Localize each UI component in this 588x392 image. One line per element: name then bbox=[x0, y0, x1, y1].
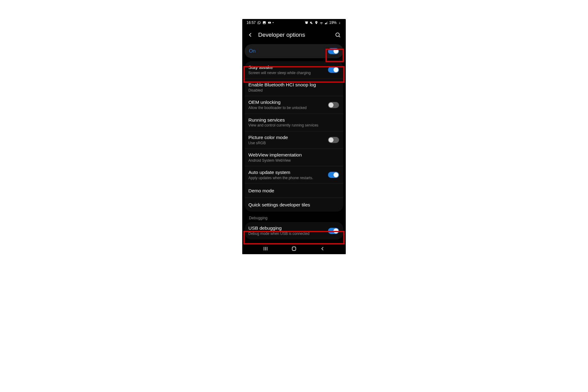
row-webview[interactable]: WebView implementation Android System We… bbox=[245, 149, 343, 166]
toggle-picture-color-mode[interactable] bbox=[328, 137, 339, 143]
page-title: Developer options bbox=[258, 32, 330, 38]
row-subtitle: Allow the bootloader to be unlocked bbox=[248, 106, 307, 110]
wifi-icon bbox=[319, 21, 323, 25]
app-header: Developer options bbox=[242, 26, 346, 43]
toggle-usb-debugging[interactable] bbox=[328, 228, 339, 234]
nav-back-button[interactable] bbox=[319, 245, 326, 252]
svg-rect-5 bbox=[292, 247, 296, 251]
row-title: Stay awake bbox=[248, 65, 311, 70]
search-button[interactable] bbox=[334, 31, 341, 39]
row-quick-tiles[interactable]: Quick settings developer tiles bbox=[245, 198, 343, 212]
settings-scroll[interactable]: On Stay awake Screen will never sleep wh… bbox=[242, 43, 346, 242]
whatsapp-icon bbox=[257, 21, 261, 25]
status-bar-left: 16:57 • bbox=[247, 21, 274, 25]
row-title: Enable Bluetooth HCI snoop log bbox=[248, 82, 316, 88]
battery-percent: 19% bbox=[329, 21, 337, 25]
master-toggle-label: On bbox=[249, 48, 255, 54]
row-picture-color-mode[interactable]: Picture color mode Use sRGB bbox=[245, 131, 343, 149]
row-running-services[interactable]: Running services View and control curren… bbox=[245, 114, 343, 131]
row-title: Demo mode bbox=[248, 188, 274, 194]
toggle-stay-awake[interactable] bbox=[328, 67, 339, 73]
row-subtitle: Debug mode when USB is connected bbox=[248, 232, 309, 236]
row-title: Auto update system bbox=[248, 170, 313, 175]
signal-icon bbox=[324, 21, 328, 25]
row-usb-debugging[interactable]: USB debugging Debug mode when USB is con… bbox=[245, 222, 343, 239]
row-subtitle: View and control currently running servi… bbox=[248, 123, 318, 127]
row-auto-update[interactable]: Auto update system Apply updates when th… bbox=[245, 166, 343, 183]
alarm-icon bbox=[305, 21, 309, 25]
status-more-dot: • bbox=[273, 21, 274, 24]
row-subtitle: Disabled bbox=[248, 88, 316, 92]
phone-frame: 16:57 • bbox=[242, 19, 346, 254]
location-icon bbox=[315, 21, 318, 25]
row-bt-hci[interactable]: Enable Bluetooth HCI snoop log Disabled bbox=[245, 78, 343, 96]
section-header-debugging: Debugging bbox=[242, 212, 346, 222]
battery-icon bbox=[337, 21, 341, 25]
row-title: Picture color mode bbox=[248, 135, 288, 140]
svg-line-1 bbox=[339, 36, 340, 37]
back-button[interactable] bbox=[247, 31, 254, 39]
row-subtitle: Apply updates when the phone restarts. bbox=[248, 176, 313, 180]
row-title: OEM unlocking bbox=[248, 100, 307, 105]
settings-section-main: Stay awake Screen will never sleep while… bbox=[245, 61, 343, 212]
row-title: Quick settings developer tiles bbox=[248, 202, 310, 208]
row-title: Running services bbox=[248, 117, 318, 123]
status-time: 16:57 bbox=[247, 21, 256, 25]
toggle-auto-update[interactable] bbox=[328, 172, 339, 178]
row-title: WebView implementation bbox=[248, 152, 302, 158]
settings-section-debugging: USB debugging Debug mode when USB is con… bbox=[245, 222, 343, 239]
row-stay-awake[interactable]: Stay awake Screen will never sleep while… bbox=[245, 61, 343, 78]
status-bar: 16:57 • bbox=[242, 19, 346, 26]
row-demo-mode[interactable]: Demo mode bbox=[245, 183, 343, 198]
status-bar-right: 19% bbox=[305, 21, 341, 25]
toggle-oem-unlock[interactable] bbox=[328, 102, 339, 108]
mute-icon bbox=[310, 21, 314, 25]
svg-point-0 bbox=[336, 33, 339, 36]
home-button[interactable] bbox=[291, 245, 297, 252]
row-title: USB debugging bbox=[248, 225, 309, 231]
row-subtitle: Android System WebView bbox=[248, 158, 302, 163]
recents-button[interactable] bbox=[262, 245, 269, 252]
row-subtitle: Use sRGB bbox=[248, 141, 288, 145]
image-icon bbox=[262, 21, 266, 25]
row-subtitle: Screen will never sleep while charging bbox=[248, 71, 311, 75]
navigation-bar bbox=[242, 243, 346, 254]
youtube-icon bbox=[267, 21, 271, 25]
row-oem-unlock[interactable]: OEM unlocking Allow the bootloader to be… bbox=[245, 96, 343, 113]
master-toggle[interactable] bbox=[328, 48, 339, 54]
master-toggle-row[interactable]: On bbox=[245, 44, 343, 58]
